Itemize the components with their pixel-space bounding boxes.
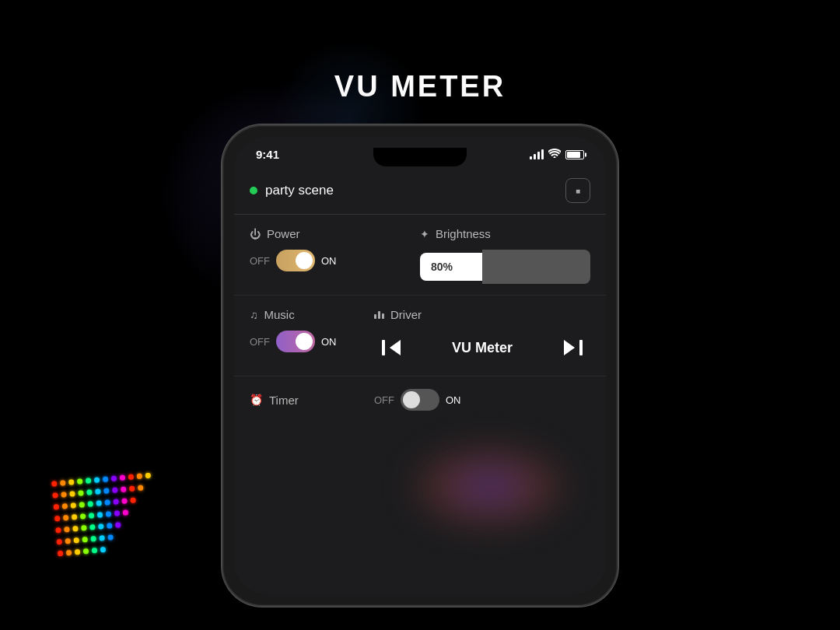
power-brightness-section: ⏻ Power OFF ON ✦ Brightness 80% [234, 215, 606, 296]
timer-toggle-knob [403, 391, 420, 408]
led-strip-row [52, 485, 152, 499]
svg-rect-3 [579, 340, 583, 355]
led-strips-decoration [51, 473, 157, 557]
driver-prev-button[interactable] [374, 331, 408, 365]
status-icons [530, 149, 584, 160]
phone-frame: 9:41 [222, 124, 618, 607]
power-icon: ⏻ [250, 228, 261, 240]
power-toggle-knob [296, 252, 313, 269]
power-toggle[interactable] [276, 250, 315, 271]
music-toggle-row: OFF ON [250, 331, 374, 352]
timer-label: Timer [269, 394, 299, 407]
brightness-slider[interactable]: 80% [420, 250, 590, 284]
scene-left: party scene [250, 183, 334, 198]
driver-current-name: VU Meter [452, 340, 513, 356]
driver-icon [374, 311, 384, 319]
svg-marker-0 [390, 340, 401, 355]
timer-section: ⏰ Timer OFF ON [234, 376, 606, 422]
power-label-row: ⏻ Power [250, 227, 420, 240]
brightness-column: ✦ Brightness 80% [420, 227, 590, 284]
brightness-icon: ✦ [420, 228, 429, 240]
timer-on-label: ON [446, 394, 461, 406]
brightness-label-row: ✦ Brightness [420, 227, 590, 240]
signal-icon [530, 150, 544, 159]
driver-next-button[interactable] [556, 331, 590, 365]
scene-name: party scene [265, 183, 334, 198]
phone-screen: 9:41 [234, 137, 606, 594]
music-column: ♫ Music OFF ON [250, 308, 374, 352]
brightness-track[interactable] [482, 250, 590, 284]
brightness-value: 80% [420, 253, 482, 281]
music-label-row: ♫ Music [250, 308, 374, 321]
wifi-icon [548, 149, 561, 160]
music-driver-section: ♫ Music OFF ON [234, 296, 606, 376]
timer-toggle-row: OFF ON [374, 389, 461, 411]
music-off-label: OFF [250, 336, 270, 348]
timer-toggle[interactable] [401, 389, 439, 411]
led-strip-row [55, 519, 155, 533]
power-on-label: ON [321, 255, 337, 267]
driver-label: Driver [390, 308, 422, 321]
power-off-label: OFF [250, 255, 270, 267]
led-strip-row [54, 507, 154, 521]
power-toggle-row: OFF ON [250, 250, 420, 271]
driver-column: Driver VU Meter [374, 308, 590, 365]
stop-icon: ■ [576, 187, 580, 195]
music-driver-row: ♫ Music OFF ON [250, 308, 590, 365]
music-bg-glow [404, 440, 575, 534]
page-title: VU METER [0, 70, 840, 103]
music-label: Music [264, 308, 295, 321]
scene-active-dot [250, 187, 257, 194]
phone-notch [373, 148, 467, 166]
music-on-label: ON [321, 336, 337, 348]
svg-marker-2 [564, 340, 575, 355]
battery-icon [565, 150, 584, 159]
svg-rect-1 [382, 340, 385, 355]
led-strip-row [54, 495, 153, 509]
scene-row: party scene ■ [234, 167, 606, 215]
music-toggle-knob [296, 333, 313, 350]
timer-label-area: ⏰ Timer [250, 394, 374, 407]
driver-controls: VU Meter [374, 331, 590, 365]
music-icon: ♫ [250, 309, 258, 321]
timer-icon: ⏰ [250, 394, 263, 406]
brightness-label: Brightness [436, 227, 491, 240]
power-column: ⏻ Power OFF ON [250, 227, 420, 284]
power-label: Power [267, 227, 300, 240]
scene-stop-button[interactable]: ■ [565, 178, 590, 203]
led-strip-row [57, 530, 156, 544]
status-time: 9:41 [256, 148, 279, 161]
driver-label-row: Driver [374, 308, 590, 321]
timer-off-label: OFF [374, 394, 394, 406]
music-toggle[interactable] [276, 331, 315, 352]
